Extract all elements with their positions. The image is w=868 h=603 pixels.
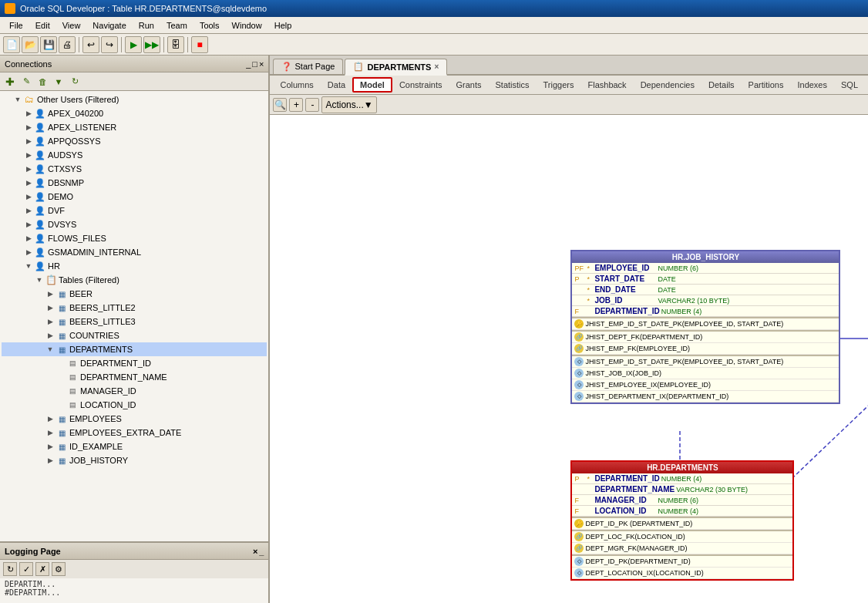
print-btn[interactable]: 🖨 bbox=[59, 36, 76, 53]
menu-item-edit[interactable]: Edit bbox=[29, 19, 56, 32]
menu-item-run[interactable]: Run bbox=[133, 19, 160, 32]
er-row-employee-id-jh[interactable]: PF * EMPLOYEE_ID NUMBER (6) bbox=[572, 263, 839, 274]
er-idx-jhist2[interactable]: ◇ JHIST_JOB_IX(JOB_ID) bbox=[572, 368, 839, 379]
log-btn2[interactable]: ✓ bbox=[19, 562, 33, 576]
er-row-job-id-jh[interactable]: * JOB_ID VARCHAR2 (10 BYTE) bbox=[572, 295, 839, 306]
er-idx-dept-pk[interactable]: ◇ DEPT_ID_PK(DEPARTMENT_ID) bbox=[572, 556, 792, 568]
tree-node-manager-id[interactable]: ▤ MANAGER_ID bbox=[2, 384, 267, 398]
er-table-job-history[interactable]: HR.JOB_HISTORY PF * EMPLOYEE_ID NUMBER (… bbox=[570, 250, 840, 404]
tree-node-job-history[interactable]: ▶ ▦ JOB_HISTORY bbox=[2, 453, 267, 467]
zoom-out-btn[interactable]: - bbox=[305, 98, 319, 112]
subtab-flashback[interactable]: Flashback bbox=[580, 78, 633, 92]
er-fk-jhist-emp[interactable]: 🔗 JHIST_EMP_FK(EMPLOYEE_ID) bbox=[572, 343, 839, 355]
tree-node-location-id[interactable]: ▤ LOCATION_ID bbox=[2, 398, 267, 412]
subtab-sql[interactable]: SQL bbox=[834, 78, 865, 92]
tree-node-beer[interactable]: ▶ ▦ BEER bbox=[2, 287, 267, 301]
tab-departments[interactable]: 📋 DEPARTMENTS × bbox=[345, 59, 447, 76]
log-min[interactable]: _ bbox=[259, 547, 264, 556]
er-pk-dept[interactable]: 🔑 DEPT_ID_PK (DEPARTMENT_ID) bbox=[572, 518, 792, 530]
tree-node-other-users[interactable]: ▼ 🗂 Other Users (Filtered) bbox=[2, 93, 267, 106]
new-connection-btn[interactable]: ✚ bbox=[3, 75, 17, 89]
er-pk-jhist[interactable]: 🔑 JHIST_EMP_ID_ST_DATE_PK(EMPLOYEE_ID, S… bbox=[572, 318, 839, 330]
er-row-dept-name-d[interactable]: DEPARTMENT_NAME VARCHAR2 (30 BYTE) bbox=[572, 484, 792, 495]
menu-item-view[interactable]: View bbox=[56, 19, 87, 32]
tree-node-audsys[interactable]: ▶ 👤 AUDSYS bbox=[2, 148, 267, 162]
delete-connection-btn[interactable]: 🗑 bbox=[35, 75, 49, 89]
log-btn1[interactable]: ↻ bbox=[3, 562, 17, 576]
log-btn4[interactable]: ⚙ bbox=[52, 562, 66, 576]
model-canvas[interactable]: HR.JOB_HISTORY PF * EMPLOYEE_ID NUMBER (… bbox=[270, 115, 868, 603]
subtab-columns[interactable]: Columns bbox=[273, 78, 320, 92]
tree-node-employees[interactable]: ▶ ▦ EMPLOYEES bbox=[2, 412, 267, 426]
tree-node-countries[interactable]: ▶ ▦ COUNTRIES bbox=[2, 328, 267, 342]
tree-node-gsmadmin[interactable]: ▶ 👤 GSMADMIN_INTERNAL bbox=[2, 245, 267, 259]
er-idx-dept-loc[interactable]: ◇ DEPT_LOCATION_IX(LOCATION_ID) bbox=[572, 568, 792, 579]
new-btn[interactable]: 📄 bbox=[3, 36, 20, 53]
subtab-dependencies[interactable]: Dependencies bbox=[634, 78, 701, 92]
subtab-partitions[interactable]: Partitions bbox=[742, 78, 791, 92]
er-idx-jhist1[interactable]: ◇ JHIST_EMP_ID_ST_DATE_PK(EMPLOYEE_ID, S… bbox=[572, 356, 839, 368]
tree-node-beers-little2[interactable]: ▶ ▦ BEERS_LITTLE2 bbox=[2, 301, 267, 315]
stop-btn[interactable]: ■ bbox=[191, 36, 208, 53]
subtab-grants[interactable]: Grants bbox=[449, 78, 489, 92]
menu-item-help[interactable]: Help bbox=[268, 19, 298, 32]
fit-btn[interactable]: 🔍 bbox=[273, 98, 287, 112]
subtab-constraints[interactable]: Constraints bbox=[392, 78, 449, 92]
subtab-triggers[interactable]: Triggers bbox=[537, 78, 581, 92]
maximize-icon[interactable]: □ bbox=[252, 59, 257, 69]
tree-node-departments[interactable]: ▼ ▦ DEPARTMENTS bbox=[2, 342, 267, 356]
er-row-dept-id-jh[interactable]: F DEPARTMENT_ID NUMBER (4) bbox=[572, 306, 839, 317]
er-row-start-date[interactable]: P * START_DATE DATE bbox=[572, 274, 839, 285]
refresh-btn[interactable]: ↻ bbox=[68, 75, 82, 89]
redo-btn[interactable]: ↪ bbox=[101, 36, 118, 53]
er-table-departments[interactable]: HR.DEPARTMENTS P * DEPARTMENT_ID NUMBER … bbox=[570, 460, 794, 581]
edit-connection-btn[interactable]: ✎ bbox=[19, 75, 33, 89]
er-row-end-date[interactable]: * END_DATE DATE bbox=[572, 285, 839, 295]
subtab-data[interactable]: Data bbox=[321, 78, 352, 92]
log-btn3[interactable]: ✗ bbox=[35, 562, 49, 576]
menu-item-team[interactable]: Team bbox=[160, 19, 193, 32]
menu-item-navigate[interactable]: Navigate bbox=[86, 19, 132, 32]
tree-node-flows-files[interactable]: ▶ 👤 FLOWS_FILES bbox=[2, 231, 267, 245]
menu-item-tools[interactable]: Tools bbox=[193, 19, 226, 32]
tree-node-dvsys[interactable]: ▶ 👤 DVSYS bbox=[2, 217, 267, 231]
db-btn[interactable]: 🗄 bbox=[167, 36, 184, 53]
er-idx-jhist4[interactable]: ◇ JHIST_DEPARTMENT_IX(DEPARTMENT_ID) bbox=[572, 391, 839, 403]
tree-node-apex-listener[interactable]: ▶ 👤 APEX_LISTENER bbox=[2, 120, 267, 134]
tree-node-id-example[interactable]: ▶ ▦ ID_EXAMPLE bbox=[2, 440, 267, 453]
er-row-dept-id-d[interactable]: P * DEPARTMENT_ID NUMBER (4) bbox=[572, 473, 792, 484]
subtab-details[interactable]: Details bbox=[701, 78, 742, 92]
tab-start-page[interactable]: ❓ Start Page bbox=[273, 59, 343, 74]
minimize-icon[interactable]: _ bbox=[246, 59, 251, 69]
subtab-statistics[interactable]: Statistics bbox=[489, 78, 537, 92]
log-close[interactable]: × bbox=[253, 547, 257, 556]
tree-node-employees-extra[interactable]: ▶ ▦ EMPLOYEES_EXTRA_DATE bbox=[2, 426, 267, 440]
er-row-loc-id-d[interactable]: F LOCATION_ID NUMBER (4) bbox=[572, 506, 792, 517]
menu-item-file[interactable]: File bbox=[3, 19, 29, 32]
er-fk-dept-loc[interactable]: 🔗 DEPT_LOC_FK(LOCATION_ID) bbox=[572, 531, 792, 543]
run2-btn[interactable]: ▶▶ bbox=[143, 36, 160, 53]
filter-btn[interactable]: ▼ bbox=[52, 75, 66, 89]
tree-node-appqossys[interactable]: ▶ 👤 APPQOSSYS bbox=[2, 134, 267, 148]
tree-node-beers-little3[interactable]: ▶ ▦ BEERS_LITTLE3 bbox=[2, 315, 267, 328]
run-btn[interactable]: ▶ bbox=[125, 36, 142, 53]
er-fk-jhist-dept[interactable]: 🔗 JHIST_DEPT_FK(DEPARTMENT_ID) bbox=[572, 332, 839, 343]
tree-node-dvf[interactable]: ▶ 👤 DVF bbox=[2, 204, 267, 217]
tree-node-tables-filtered[interactable]: ▼ 📋 Tables (Filtered) bbox=[2, 273, 267, 287]
tree-node-demo[interactable]: ▶ 👤 DEMO bbox=[2, 190, 267, 204]
tab-close-btn[interactable]: × bbox=[434, 62, 439, 71]
actions-dropdown[interactable]: Actions... ▼ bbox=[321, 96, 376, 113]
tree-node-dept-id[interactable]: ▤ DEPARTMENT_ID bbox=[2, 356, 267, 370]
er-row-mgr-id-d[interactable]: F MANAGER_ID NUMBER (6) bbox=[572, 495, 792, 506]
save-btn[interactable]: 💾 bbox=[40, 36, 57, 53]
close-icon[interactable]: × bbox=[259, 59, 264, 69]
zoom-in-btn[interactable]: + bbox=[289, 98, 303, 112]
tree-node-dbsnmp[interactable]: ▶ 👤 DBSNMP bbox=[2, 176, 267, 190]
tree-node-ctxsys[interactable]: ▶ 👤 CTXSYS bbox=[2, 162, 267, 176]
tree-node-apex040200[interactable]: ▶ 👤 APEX_040200 bbox=[2, 106, 267, 120]
er-fk-dept-mgr[interactable]: 🔗 DEPT_MGR_FK(MANAGER_ID) bbox=[572, 543, 792, 554]
tree-node-hr[interactable]: ▼ 👤 HR bbox=[2, 259, 267, 273]
menu-item-window[interactable]: Window bbox=[226, 19, 268, 32]
subtab-indexes[interactable]: Indexes bbox=[790, 78, 834, 92]
er-idx-jhist3[interactable]: ◇ JHIST_EMPLOYEE_IX(EMPLOYEE_ID) bbox=[572, 379, 839, 391]
